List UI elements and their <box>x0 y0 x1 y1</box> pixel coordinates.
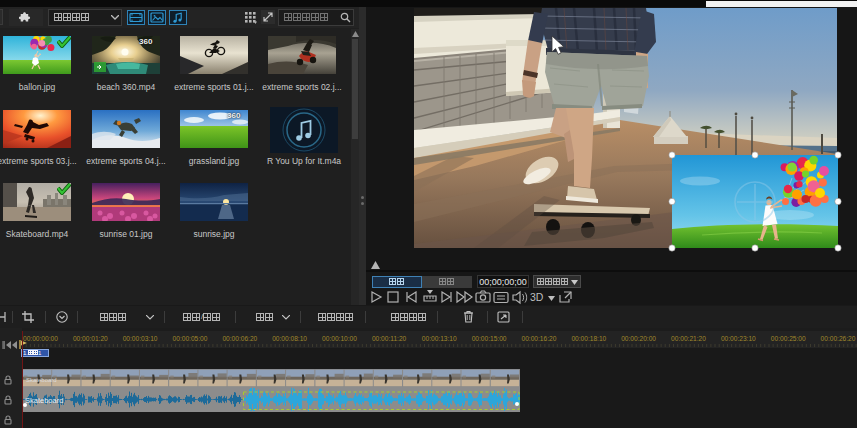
svg-text:00:00:11:20: 00:00:11:20 <box>372 335 407 342</box>
svg-text:00:00:05:00: 00:00:05:00 <box>173 335 208 342</box>
svg-text:00:00:26:20: 00:00:26:20 <box>821 335 856 342</box>
svg-text:00:00:15:00: 00:00:15:00 <box>472 335 507 342</box>
svg-text:00:00:25:00: 00:00:25:00 <box>771 335 806 342</box>
svg-text:00:00:10:00: 00:00:10:00 <box>322 335 357 342</box>
svg-text:00:00:03:10: 00:00:03:10 <box>123 335 158 342</box>
svg-text:00:00:13:10: 00:00:13:10 <box>422 335 457 342</box>
svg-text:00:00:00:00: 00:00:00:00 <box>23 335 58 342</box>
svg-text:Skateboard: Skateboard <box>26 377 57 383</box>
svg-text:00:00:06:20: 00:00:06:20 <box>222 335 257 342</box>
svg-text:00:00:21:20: 00:00:21:20 <box>671 335 706 342</box>
svg-text:00:00:18:10: 00:00:18:10 <box>571 335 606 342</box>
svg-text:00:00:16:20: 00:00:16:20 <box>522 335 557 342</box>
svg-text:00:00:01:20: 00:00:01:20 <box>73 335 108 342</box>
svg-text:Skateboard: Skateboard <box>25 396 63 405</box>
svg-text:00:00:08:10: 00:00:08:10 <box>272 335 307 342</box>
svg-text:00:00:23:10: 00:00:23:10 <box>721 335 756 342</box>
svg-text:00:00:20:00: 00:00:20:00 <box>621 335 656 342</box>
